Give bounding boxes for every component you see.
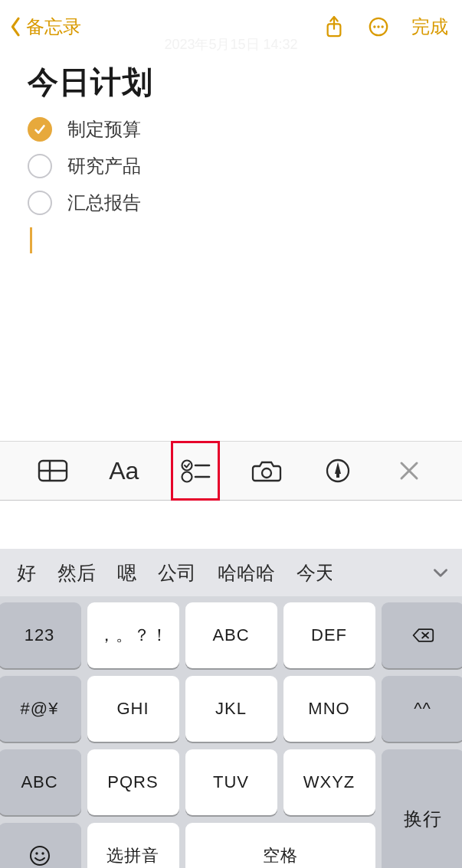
key-backspace[interactable] <box>382 602 463 668</box>
back-label: 备忘录 <box>26 15 81 39</box>
checkbox-checked[interactable] <box>28 117 52 142</box>
key-abc[interactable]: ABC <box>185 602 277 668</box>
checkbox-unchecked[interactable] <box>28 154 52 178</box>
key-symbols[interactable]: #@¥ <box>0 676 81 742</box>
key-face[interactable]: ^^ <box>382 676 463 742</box>
svg-point-11 <box>182 472 192 482</box>
candidate-word[interactable]: 好 <box>6 560 47 586</box>
svg-point-4 <box>377 25 379 28</box>
done-button[interactable]: 完成 <box>411 15 448 39</box>
candidate-word[interactable]: 今天 <box>286 560 332 586</box>
svg-point-5 <box>381 25 383 28</box>
key-mno[interactable]: MNO <box>283 676 375 742</box>
candidate-word[interactable]: 然后 <box>47 560 106 586</box>
share-button[interactable] <box>323 15 346 38</box>
candidate-bar: 好 然后 嗯 公司 哈哈哈 今天 <box>0 549 462 596</box>
key-ghi[interactable]: GHI <box>87 676 179 742</box>
checklist-text[interactable]: 汇总报告 <box>67 191 141 215</box>
checklist-row[interactable]: 研究产品 <box>28 154 434 178</box>
nav-actions: 完成 <box>323 15 448 39</box>
key-return[interactable]: 换行 <box>382 749 463 868</box>
format-toolbar: Aa <box>0 441 462 501</box>
candidate-word[interactable]: 嗯 <box>106 560 147 586</box>
text-format-button[interactable]: Aa <box>101 448 147 494</box>
ellipsis-circle-icon <box>368 16 389 38</box>
checklist-text[interactable]: 制定预算 <box>67 117 141 142</box>
checkbox-unchecked[interactable] <box>28 191 52 215</box>
svg-point-9 <box>182 461 192 471</box>
key-tuv[interactable]: TUV <box>185 749 277 815</box>
key-abc-mode[interactable]: ABC <box>0 749 81 815</box>
checklist-icon <box>180 458 211 483</box>
back-button[interactable]: 备忘录 <box>8 14 81 40</box>
svg-point-13 <box>262 468 271 478</box>
key-pqrs[interactable]: PQRS <box>87 749 179 815</box>
more-button[interactable] <box>367 15 390 38</box>
checklist-text[interactable]: 研究产品 <box>67 154 141 178</box>
candidate-word[interactable]: 公司 <box>147 560 207 586</box>
top-nav: 备忘录 完成 <box>0 0 462 54</box>
note-title[interactable]: 今日计划 <box>28 61 434 103</box>
emoji-icon <box>28 844 51 867</box>
expand-candidates-button[interactable] <box>424 556 457 589</box>
key-def[interactable]: DEF <box>283 602 375 668</box>
camera-icon <box>251 458 282 483</box>
key-pinyin[interactable]: 选拼音 <box>87 823 179 868</box>
svg-point-22 <box>41 852 44 854</box>
key-wxyz[interactable]: WXYZ <box>283 749 375 815</box>
text-cursor <box>30 227 32 253</box>
note-body[interactable]: 今日计划 制定预算 研究产品 汇总报告 <box>0 54 462 253</box>
svg-point-21 <box>35 852 38 854</box>
checklist-row[interactable]: 汇总报告 <box>28 191 434 215</box>
camera-button[interactable] <box>244 448 290 494</box>
key-emoji[interactable] <box>0 823 81 868</box>
chevron-down-icon <box>431 563 451 582</box>
key-jkl[interactable]: JKL <box>185 676 277 742</box>
checklist-button[interactable] <box>172 448 218 494</box>
key-space[interactable]: 空格 <box>185 823 375 868</box>
chevron-left-icon <box>8 14 25 40</box>
table-button[interactable] <box>30 448 76 494</box>
checkmark-icon <box>33 122 47 136</box>
key-123[interactable]: 123 <box>0 602 81 668</box>
svg-point-20 <box>31 847 49 865</box>
svg-point-3 <box>373 25 375 28</box>
share-icon <box>324 15 344 39</box>
close-icon <box>399 461 419 481</box>
key-punct[interactable]: ，。？！ <box>87 602 179 668</box>
markup-button[interactable] <box>315 448 361 494</box>
checklist-row[interactable]: 制定预算 <box>28 117 434 142</box>
keyboard: 123 ，。？！ ABC DEF #@¥ GHI JKL MNO ^^ ABC … <box>0 596 462 868</box>
table-icon <box>38 459 68 482</box>
markup-icon <box>325 458 351 484</box>
candidate-word[interactable]: 哈哈哈 <box>207 560 286 586</box>
svg-rect-15 <box>336 474 339 478</box>
dismiss-toolbar-button[interactable] <box>386 448 432 494</box>
backspace-icon <box>411 624 434 647</box>
